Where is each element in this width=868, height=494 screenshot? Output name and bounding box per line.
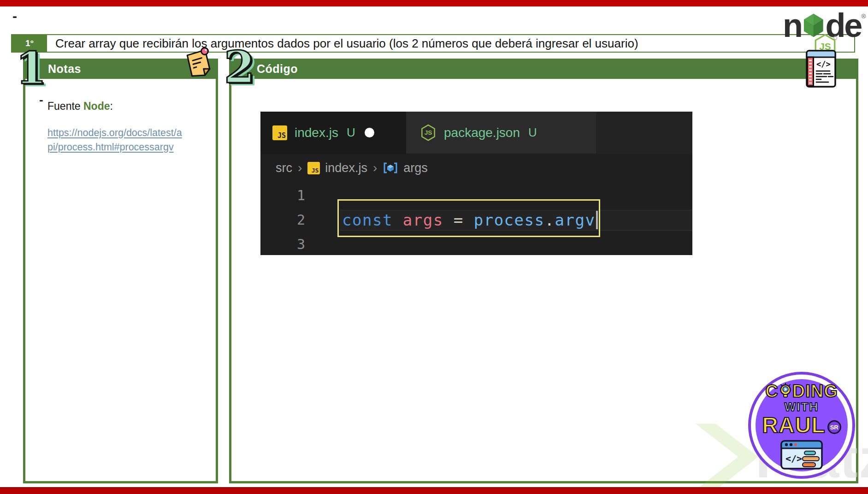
source-name: Node [83, 100, 110, 112]
sticky-note-icon [182, 46, 213, 80]
breadcrumb: src › JS index.js › args [260, 154, 692, 182]
numeral-1: 1 [16, 46, 47, 90]
breadcrumb-item-file[interactable]: index.js [325, 161, 367, 175]
js-file-icon: JS [307, 162, 320, 174]
git-status-badge: U [347, 125, 355, 140]
logo-text-raul: RAUL [762, 412, 825, 438]
coding-with-raul-logo: C DING WITH RAUL SR [748, 372, 855, 479]
nodejs-letter-e: e [844, 12, 861, 39]
code-window-icon: </> [806, 50, 836, 88]
sr-badge: SR [827, 420, 841, 434]
numeral-2: 2 [224, 45, 255, 89]
svg-text:</>: </> [785, 453, 802, 464]
breadcrumb-item-src[interactable]: src [276, 161, 292, 175]
tab-package-json[interactable]: JS package.json U [406, 112, 596, 154]
notes-dash: - [39, 93, 43, 107]
code-area: 1 2 const args = process.argv 3 [260, 182, 692, 255]
logo-text-ding: DING [792, 381, 838, 401]
js-file-icon-text: JS [278, 131, 286, 140]
nodejs-letter-n: n [783, 12, 802, 39]
step-header: 1° Crear array que recibirán los argumen… [11, 34, 855, 53]
logo-disc: C DING WITH RAUL SR [756, 379, 848, 471]
node-docs-link-line2[interactable]: pi/process.html#processargv [47, 140, 182, 155]
vscode-editor: JS index.js U JS package.json U src › JS… [260, 112, 692, 255]
tab-label[interactable]: index.js [295, 125, 338, 140]
notes-panel: Notas - Fuente Node: https://nodejs.org/… [23, 59, 218, 483]
tab-label[interactable]: package.json [444, 125, 520, 140]
step-title: Crear array que recibirán los argumentos… [47, 35, 854, 52]
code-panel-title: Código [257, 62, 298, 76]
highlight-annotation-box [337, 199, 600, 237]
svg-text:</>: </> [816, 60, 831, 69]
logo-line-coding: C DING [765, 381, 838, 401]
unsaved-dot-icon[interactable] [365, 128, 374, 137]
top-dash: - [12, 8, 17, 24]
notes-panel-title: Notas [48, 62, 81, 76]
line-number: 2 [260, 212, 305, 228]
tab-index-js[interactable]: JS index.js U [260, 112, 406, 154]
top-red-bar [0, 0, 868, 6]
bottom-red-bar [0, 487, 868, 494]
source-label: Fuente [47, 100, 81, 112]
js-file-icon: JS [272, 125, 287, 140]
logo-line-raul: RAUL SR [762, 412, 841, 438]
chevron-right-icon: › [298, 161, 302, 175]
node-docs-link[interactable]: https://nodejs.org/docs/latest/a pi/proc… [47, 126, 182, 155]
git-status-badge: U [528, 125, 537, 140]
breadcrumb-item-symbol[interactable]: args [403, 161, 428, 175]
slide-canvas: - 1° Crear array que recibirán los argum… [0, 0, 868, 494]
code-panel-header: Código [229, 59, 858, 79]
lightbulb-play-icon [779, 383, 792, 398]
editor-tab-bar: JS index.js U JS package.json U [260, 112, 692, 154]
registered-mark: ® [861, 13, 866, 20]
source-colon: : [110, 100, 113, 112]
logo-text-c: C [765, 381, 778, 401]
js-file-icon-text: JS [312, 167, 319, 174]
source-line: Fuente Node: [47, 100, 113, 113]
symbol-variable-icon [383, 161, 398, 174]
line-number: 1 [260, 187, 305, 203]
tab-bar-empty-space [596, 112, 692, 154]
chevron-right-icon: › [373, 161, 377, 175]
node-docs-link-line1[interactable]: https://nodejs.org/docs/latest/a [47, 126, 182, 140]
line-number: 3 [260, 236, 305, 252]
svg-text:JS: JS [425, 129, 432, 136]
code-window-icon: </> [780, 440, 823, 470]
nodejs-file-icon: JS [420, 124, 437, 142]
